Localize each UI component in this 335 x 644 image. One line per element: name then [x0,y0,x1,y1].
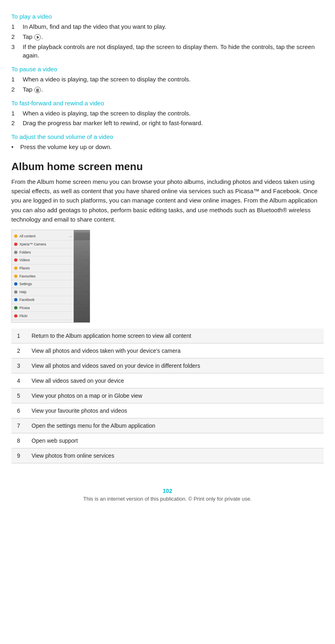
table-desc: Open the settings menu for the Album app… [26,418,324,433]
page-number: 102 [11,488,324,494]
copyright-text: This is an internet version of this publ… [83,496,252,502]
heading-volume-video: To adjust the sound volume of a video [11,133,324,140]
table-desc: View photos from online services [26,448,324,463]
table-num: 5 [11,388,26,403]
list-item: • Press the volume key up or down. [11,143,324,151]
screenshot-image: All content — 1 Xperia™ Camera 2 Folders… [11,230,90,323]
table-num: 3 [11,358,26,373]
table-desc: View all photos and videos saved on your… [26,358,324,373]
menu-dot [14,258,17,262]
list-item: 2 Tap . [11,85,324,94]
menu-dot [14,251,17,254]
play-video-list: 1 In Album, find and tap the video that … [11,22,324,60]
menu-dot [14,290,17,294]
heading-fastforward-video: To fast-forward and rewind a video [11,100,324,107]
table-row: 5 View your photos on a map or in Globe … [11,388,324,403]
table-num: 6 [11,403,26,418]
table-row: 9 View photos from online services [11,448,324,463]
menu-dot [14,235,17,238]
list-item: 2 Tap . [11,32,324,41]
album-heading: Album home screen menu [11,160,324,173]
description-table: 1 Return to the Album application home s… [11,328,324,463]
section-volume-video: To adjust the sound volume of a video • … [11,133,324,151]
pause-video-list: 1 When a video is playing, tap the scree… [11,75,324,94]
album-section: Album home screen menu From the Album ho… [11,160,324,463]
table-num: 2 [11,343,26,358]
table-row: 8 Open web support [11,433,324,448]
section-pause-video: To pause a video 1 When a video is playi… [11,66,324,94]
table-desc: View all photos and videos taken with yo… [26,343,324,358]
screenshot-container: All content — 1 Xperia™ Camera 2 Folders… [11,230,324,323]
table-desc: Open web support [26,433,324,448]
fastforward-video-list: 1 When a video is playing, tap the scree… [11,109,324,128]
table-row: 6 View your favourite photos and videos [11,403,324,418]
menu-dot [14,314,17,318]
volume-video-list: • Press the volume key up or down. [11,143,324,151]
menu-dot [14,282,17,286]
list-item: 2 Drag the progress bar marker left to r… [11,119,324,128]
table-desc: Return to the Album application home scr… [26,328,324,343]
table-num: 4 [11,373,26,388]
table-num: 8 [11,433,26,448]
table-row: 7 Open the settings menu for the Album a… [11,418,324,433]
heading-play-video: To play a video [11,13,324,20]
heading-pause-video: To pause a video [11,66,324,73]
list-item: 3 If the playback controls are not displ… [11,43,324,60]
table-desc: View your favourite photos and videos [26,403,324,418]
play-icon [34,34,41,41]
menu-dot [14,243,17,246]
album-paragraph: From the Album home screen menu you can … [11,177,324,224]
menu-dot [14,298,17,301]
table-row: 2 View all photos and videos taken with … [11,343,324,358]
menu-dot [14,267,17,270]
table-row: 3 View all photos and videos saved on yo… [11,358,324,373]
list-item: 1 In Album, find and tap the video that … [11,22,324,31]
list-item: 1 When a video is playing, tap the scree… [11,109,324,118]
table-num: 1 [11,328,26,343]
list-item: 1 When a video is playing, tap the scree… [11,75,324,84]
table-row: 1 Return to the Album application home s… [11,328,324,343]
table-desc: View all videos saved on your device [26,373,324,388]
menu-dot [14,306,17,309]
section-play-video: To play a video 1 In Album, find and tap… [11,13,324,60]
section-fastforward-video: To fast-forward and rewind a video 1 Whe… [11,100,324,128]
menu-dot [14,275,17,278]
table-num: 9 [11,448,26,463]
page-footer: 102 This is an internet version of this … [11,488,324,502]
table-desc: View your photos on a map or in Globe vi… [26,388,324,403]
pause-icon [34,87,41,93]
table-row: 4 View all videos saved on your device [11,373,324,388]
table-num: 7 [11,418,26,433]
thumbnail-strip [74,230,90,322]
